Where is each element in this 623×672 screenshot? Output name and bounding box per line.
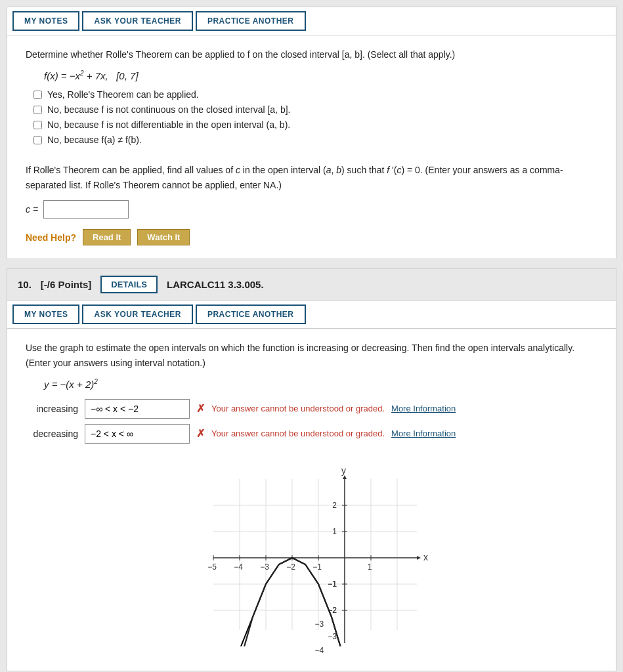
math-expression-9: f(x) = −x2 + 7x, [0, 7] xyxy=(44,70,597,81)
checkbox-group-9: Yes, Rolle's Theorem can be applied. No,… xyxy=(33,89,597,145)
checkbox-no-continuous[interactable] xyxy=(33,106,42,114)
x-tick-1: 1 xyxy=(367,562,372,572)
read-it-button[interactable]: Read It xyxy=(83,229,131,245)
increasing-more-info[interactable]: More Information xyxy=(391,404,456,413)
x-tick-neg1: −1 xyxy=(312,562,322,572)
x-tick-neg2: −2 xyxy=(286,562,295,572)
y-tick-neg1b: −1 xyxy=(328,579,337,589)
math-expression-10: y = −(x + 2)2 xyxy=(44,378,597,390)
my-notes-button-9[interactable]: MY NOTES xyxy=(12,11,79,31)
problem-points-10: [-/6 Points] xyxy=(41,279,92,290)
watch-it-button[interactable]: Watch It xyxy=(137,229,190,245)
increasing-error-icon: ✗ xyxy=(196,402,205,415)
ask-teacher-button-10[interactable]: ASK YOUR TEACHER xyxy=(82,304,192,324)
ask-teacher-button-9[interactable]: ASK YOUR TEACHER xyxy=(82,11,192,31)
decreasing-label: decreasing xyxy=(26,429,78,439)
practice-another-button-10[interactable]: PRACTICE ANOTHER xyxy=(196,304,306,324)
problem-number-10: 10. xyxy=(18,279,32,290)
checkbox-no-differentiable-label: No, because f is not differentiable in t… xyxy=(47,119,290,130)
problem-id-10: LARCALC11 3.3.005. xyxy=(167,279,264,290)
x-tick-neg5: −5 xyxy=(207,562,217,572)
details-button-10[interactable]: DETAILS xyxy=(100,276,158,293)
x-axis-label: x xyxy=(423,552,428,562)
my-notes-button-10[interactable]: MY NOTES xyxy=(12,304,79,324)
x-tick-neg4: −4 xyxy=(234,562,243,572)
checkbox-yes-label: Yes, Rolle's Theorem can be applied. xyxy=(47,89,199,100)
checkbox-yes[interactable] xyxy=(33,91,42,99)
decreasing-more-info[interactable]: More Information xyxy=(391,429,456,438)
checkbox-no-continuous-label: No, because f is not continuous on the c… xyxy=(47,104,290,115)
checkbox-no-fa-fb-label: No, because f(a) ≠ f(b). xyxy=(47,135,142,145)
decreasing-input[interactable] xyxy=(85,424,190,444)
x-tick-neg3: −3 xyxy=(260,562,269,572)
c-input[interactable] xyxy=(43,200,129,219)
need-help-label: Need Help? xyxy=(26,232,76,243)
graph-svg: x y −5 −4 −3 −2 −1 1 −1 −2 −3 xyxy=(187,459,437,656)
y-tick-pos1: 1 xyxy=(332,527,337,536)
decreasing-error-icon: ✗ xyxy=(196,427,205,440)
increasing-error-msg: Your answer cannot be understood or grad… xyxy=(211,404,385,413)
practice-another-button-9[interactable]: PRACTICE ANOTHER xyxy=(196,11,306,31)
checkbox-no-differentiable[interactable] xyxy=(33,121,42,129)
y-tick-pos2: 2 xyxy=(332,501,337,510)
increasing-input[interactable] xyxy=(85,399,190,419)
decreasing-error-msg: Your answer cannot be understood or grad… xyxy=(211,429,385,438)
checkbox-no-fa-fb[interactable] xyxy=(33,136,42,144)
increasing-label: increasing xyxy=(26,404,78,414)
y-tick-neg3-label: −3 xyxy=(315,620,324,629)
question-text-10: Use the graph to estimate the open inter… xyxy=(26,341,597,370)
y-axis-label: y xyxy=(341,465,346,476)
y-tick-neg4-label: −4 xyxy=(315,646,324,655)
y-tick-neg3: −3 xyxy=(328,632,337,641)
question-text-9: Determine whether Rolle's Theorem can be… xyxy=(26,47,597,62)
c-label: c = xyxy=(26,204,38,215)
followup-text-9: If Rolle's Theorem can be applied, find … xyxy=(26,163,597,192)
graph-container: x y −5 −4 −3 −2 −1 1 −1 −2 −3 xyxy=(26,459,597,656)
